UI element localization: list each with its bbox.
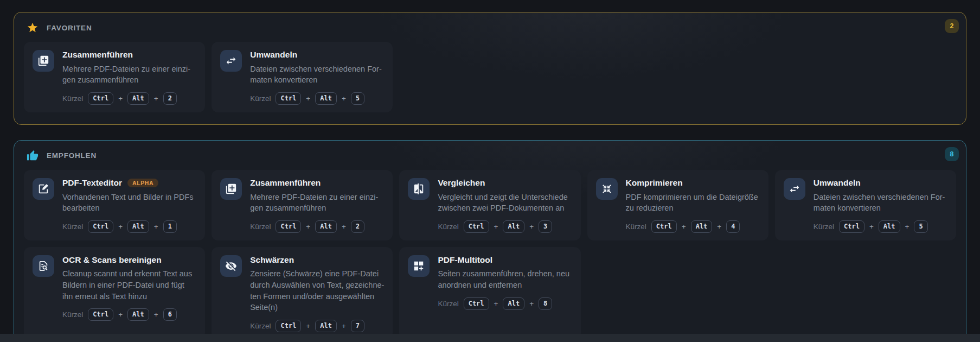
tool-description: Dateien zwischen verschiedenen Formaten …	[250, 64, 384, 86]
favorites-card-grid: Zusammenführen Mehrere PDF-Dateien zu ei…	[24, 42, 956, 112]
plus-separator: +	[494, 300, 498, 308]
tool-title-row: Umwandeln	[250, 50, 384, 60]
tool-card-main: PDF-Multitool Seiten zusammenführen, dre…	[408, 255, 572, 291]
shortcut-label: Kürzel	[250, 94, 271, 103]
shortcut-row: Kürzel Ctrl+Alt+2	[250, 220, 384, 233]
tool-card-main: OCR & Scans bereinigen Cleanup scannt un…	[33, 255, 196, 302]
shortcut-row: Kürzel Ctrl+Alt+8	[438, 297, 572, 310]
shortcut-label: Kürzel	[250, 322, 271, 330]
lower-panel-edge	[0, 334, 980, 342]
multitool-icon	[408, 255, 430, 277]
key-ctrl: Ctrl	[276, 220, 301, 233]
tool-card-main: Zusammenführen Mehrere PDF-Dateien zu ei…	[33, 50, 196, 86]
shortcut-label: Kürzel	[62, 223, 83, 231]
key-7: 7	[351, 320, 364, 332]
tool-title-row: OCR & Scans bereinigen	[62, 255, 196, 265]
key-1: 1	[163, 220, 177, 233]
plus-separator: +	[118, 223, 123, 231]
convert-icon	[784, 178, 805, 200]
tool-card-text: Zusammenführen Mehrere PDF-Dateien zu ei…	[62, 50, 196, 86]
favorites-section: FAVORITEN 2 Zusammenführen Mehrere PDF-D…	[14, 12, 966, 125]
tool-card[interactable]: Umwandeln Dateien zwischen verschiedenen…	[775, 170, 956, 240]
tool-title-row: Umwandeln	[814, 178, 947, 188]
tool-title: PDF-Texteditor	[62, 178, 122, 188]
key-alt: Alt	[691, 220, 713, 233]
key-alt: Alt	[879, 220, 900, 233]
key-2: 2	[351, 220, 364, 233]
tool-card-text: Zusammenführen Mehrere PDF-Dateien zu ei…	[250, 178, 384, 214]
shortcut-keys: Ctrl+Alt+2	[88, 92, 177, 105]
shortcut-keys: Ctrl+Alt+5	[276, 92, 364, 105]
tool-card[interactable]: Zusammenführen Mehrere PDF-Dateien zu ei…	[212, 170, 393, 240]
key-ctrl: Ctrl	[276, 320, 301, 332]
key-8: 8	[539, 297, 552, 310]
favorites-header: FAVORITEN	[24, 21, 956, 34]
key-ctrl: Ctrl	[464, 297, 489, 310]
plus-separator: +	[154, 94, 158, 103]
key-alt: Alt	[127, 220, 149, 233]
favorites-title: FAVORITEN	[47, 24, 92, 32]
tool-title-row: Zusammenführen	[62, 50, 196, 60]
merge-icon	[33, 50, 54, 72]
tool-title-row: Zusammenführen	[250, 178, 384, 188]
key-alt: Alt	[315, 320, 337, 332]
tool-description: Mehrere PDF-Dateien zu einer einzigen zu…	[62, 64, 196, 86]
tool-title-row: PDF-Multitool	[438, 255, 572, 265]
recommended-section: EMPFOHLEN 8 PDF-Texteditor ALPHA Vorhand…	[14, 140, 966, 342]
tool-card[interactable]: OCR & Scans bereinigen Cleanup scannt un…	[24, 247, 205, 340]
tool-card[interactable]: Umwandeln Dateien zwischen verschiedenen…	[212, 42, 393, 112]
tool-card[interactable]: Komprimieren PDF komprimieren um die Dat…	[587, 170, 768, 240]
shortcut-row: Kürzel Ctrl+Alt+3	[438, 220, 572, 233]
shortcut-label: Kürzel	[626, 223, 646, 231]
plus-separator: +	[154, 223, 158, 231]
tool-title: Umwandeln	[814, 178, 861, 188]
plus-separator: +	[118, 311, 123, 319]
recommended-title: EMPFOHLEN	[47, 151, 97, 160]
shortcut-keys: Ctrl+Alt+7	[276, 320, 364, 332]
tool-card-main: Schwärzen Zensiere (Schwärze) eine PDF-D…	[220, 255, 384, 313]
tool-description: Zensiere (Schwärze) eine PDF-Datei durch…	[250, 268, 384, 313]
key-ctrl: Ctrl	[88, 92, 113, 105]
key-alt: Alt	[503, 220, 524, 233]
recommended-header: EMPFOHLEN	[24, 149, 956, 162]
shortcut-label: Kürzel	[62, 311, 83, 319]
shortcut-row: Kürzel Ctrl+Alt+7	[250, 320, 384, 332]
plus-separator: +	[306, 322, 310, 330]
tool-card-main: Umwandeln Dateien zwischen verschiedenen…	[220, 50, 384, 86]
tool-title: PDF-Multitool	[438, 255, 492, 265]
tool-card-main: Komprimieren PDF komprimieren um die Dat…	[596, 178, 760, 214]
tool-card[interactable]: Vergleichen Vergleicht und zeigt die Unt…	[399, 170, 580, 240]
key-alt: Alt	[503, 297, 524, 310]
tool-card-text: Umwandeln Dateien zwischen verschiedenen…	[250, 50, 384, 86]
key-ctrl: Ctrl	[839, 220, 864, 233]
tool-title-row: Schwärzen	[250, 255, 384, 265]
tool-card[interactable]: PDF-Multitool Seiten zusammenführen, dre…	[399, 247, 580, 340]
key-ctrl: Ctrl	[651, 220, 677, 233]
tool-card-text: OCR & Scans bereinigen Cleanup scannt un…	[62, 255, 196, 302]
key-alt: Alt	[315, 92, 337, 105]
tool-card[interactable]: Schwärzen Zensiere (Schwärze) eine PDF-D…	[212, 247, 393, 340]
shortcut-row: Kürzel Ctrl+Alt+1	[62, 220, 196, 233]
tool-title-row: PDF-Texteditor ALPHA	[62, 178, 196, 188]
shortcut-keys: Ctrl+Alt+4	[651, 220, 740, 233]
tool-description: PDF komprimieren um die Dateigröße zu re…	[626, 192, 760, 214]
tool-card-text: PDF-Texteditor ALPHA Vorhandenen Text un…	[62, 178, 196, 214]
tool-card-main: Umwandeln Dateien zwischen verschiedenen…	[784, 178, 947, 214]
tool-card[interactable]: Zusammenführen Mehrere PDF-Dateien zu ei…	[24, 42, 205, 112]
tool-card[interactable]: PDF-Texteditor ALPHA Vorhandenen Text un…	[24, 170, 205, 240]
plus-separator: +	[905, 223, 909, 231]
shortcut-keys: Ctrl+Alt+2	[276, 220, 364, 233]
shortcut-row: Kürzel Ctrl+Alt+5	[250, 92, 384, 105]
plus-separator: +	[342, 322, 346, 330]
key-ctrl: Ctrl	[88, 220, 113, 233]
plus-separator: +	[306, 94, 310, 103]
alpha-badge: ALPHA	[127, 179, 158, 188]
tool-card-main: Zusammenführen Mehrere PDF-Dateien zu ei…	[220, 178, 384, 214]
plus-separator: +	[529, 300, 534, 308]
thumbs-up-icon	[27, 150, 39, 162]
recommended-count-badge: 8	[945, 147, 959, 161]
key-2: 2	[163, 92, 177, 105]
convert-icon	[220, 50, 242, 72]
tool-title: Umwandeln	[250, 50, 297, 60]
key-6: 6	[163, 308, 177, 321]
